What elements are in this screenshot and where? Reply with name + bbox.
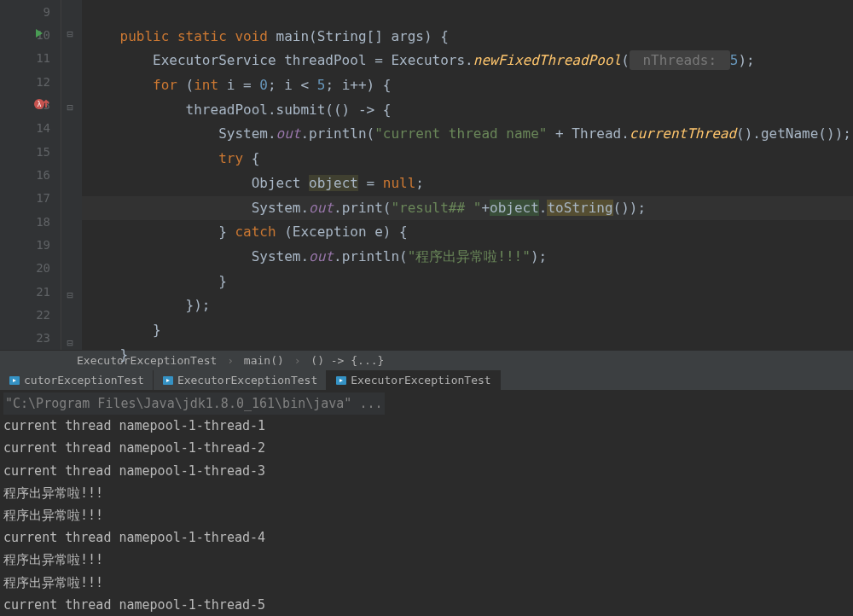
line-number: 12: [0, 70, 61, 93]
run-tab-active[interactable]: ExecutorExceptionTest: [327, 370, 500, 391]
line-number: 23: [0, 327, 61, 350]
console-line: current thread namepool-1-thread-3: [3, 460, 850, 482]
console-output[interactable]: "C:\Program Files\Java\jdk1.8.0_161\bin\…: [0, 391, 853, 616]
line-number: 22: [0, 303, 61, 326]
console-line: 程序出异常啦!!!: [3, 504, 850, 526]
code-line: }: [82, 270, 853, 294]
code-editor[interactable]: 9 10 11 12 13 λ 14 15 16 17 18 19 20 21: [0, 0, 853, 350]
code-line: ExecutorService threadPool = Executors.n…: [82, 49, 853, 73]
line-number: 17: [0, 187, 61, 210]
code-line: }: [82, 343, 853, 368]
code-line: }: [82, 318, 853, 343]
run-app-icon: [335, 375, 347, 386]
code-line: threadPool.submit(() -> {: [82, 98, 853, 123]
fold-close-icon[interactable]: ⊟: [65, 338, 75, 348]
line-number: 18: [0, 210, 61, 233]
fold-open-icon[interactable]: ⊟: [65, 29, 75, 39]
line-number: 11: [0, 47, 61, 70]
fold-open-icon[interactable]: ⊟: [65, 102, 75, 113]
run-config-tabs: cutorExceptionTest ExecutorExceptionTest…: [0, 370, 853, 391]
code-line-current: System.out.print("result## "+object.toSt…: [82, 196, 853, 221]
svg-text:λ: λ: [38, 100, 42, 108]
code-line: [82, 0, 853, 25]
console-line: current thread namepool-1-thread-2: [3, 437, 850, 459]
line-number: 14: [0, 117, 61, 140]
line-number: 13 λ: [0, 93, 61, 116]
run-app-icon: [162, 375, 174, 386]
console-line: 程序出异常啦!!!: [3, 572, 850, 594]
line-number: 20: [0, 257, 61, 280]
line-number: 19: [0, 233, 61, 256]
code-line: try {: [82, 147, 853, 171]
lambda-recursive-icon[interactable]: λ: [34, 98, 49, 110]
console-line: current thread namepool-1-thread-5: [3, 594, 850, 616]
inline-hint: nThreads:: [630, 50, 730, 70]
line-number: 21: [0, 280, 61, 303]
run-icon[interactable]: [34, 28, 44, 38]
code-line: } catch (Exception e) {: [82, 220, 853, 245]
console-line: 程序出异常啦!!!: [3, 482, 850, 504]
line-gutter: 9 10 11 12 13 λ 14 15 16 17 18 19 20 21: [0, 0, 61, 350]
console-line: current thread namepool-1-thread-1: [3, 415, 850, 437]
line-number: 16: [0, 163, 61, 186]
line-number: 15: [0, 140, 61, 163]
console-line: current thread namepool-1-thread-4: [3, 526, 850, 549]
run-tab[interactable]: cutorExceptionTest: [0, 370, 154, 391]
console-line: 程序出异常啦!!!: [3, 549, 850, 571]
code-text[interactable]: public static void main(String[] args) {…: [82, 0, 853, 350]
code-line: for (int i = 0; i < 5; i++) {: [82, 73, 853, 98]
code-line: });: [82, 293, 853, 318]
line-number: 10: [0, 23, 61, 46]
code-line: public static void main(String[] args) {: [82, 25, 853, 49]
run-app-icon: [9, 375, 20, 386]
code-line: System.out.println("current thread name"…: [82, 122, 853, 147]
console-line: "C:\Program Files\Java\jdk1.8.0_161\bin\…: [3, 392, 850, 415]
code-line: Object object = null;: [82, 171, 853, 196]
run-tab[interactable]: ExecutorExceptionTest: [154, 370, 327, 391]
fold-column: ⊟ ⊟ ⊟ ⊟: [61, 0, 82, 350]
line-number: 9: [0, 0, 61, 23]
code-line: System.out.println("程序出异常啦!!!");: [82, 245, 853, 270]
fold-close-icon[interactable]: ⊟: [65, 290, 75, 300]
